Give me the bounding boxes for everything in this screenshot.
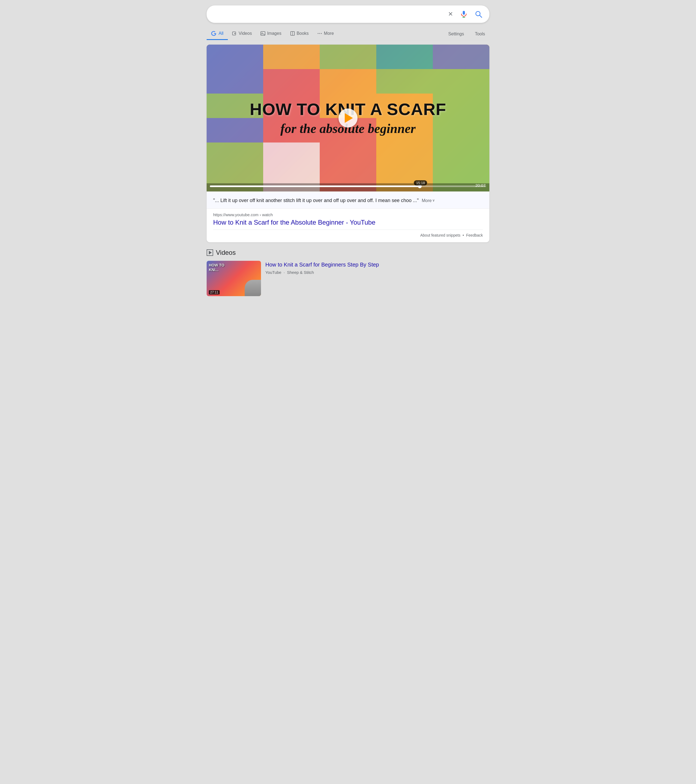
svg-rect-2 <box>462 17 465 18</box>
search-input[interactable]: how to knit a scarf <box>212 11 447 18</box>
section-header: Videos <box>207 249 489 257</box>
source-title-link[interactable]: How to Knit a Scarf for the Absolute Beg… <box>213 219 483 226</box>
svg-point-13 <box>321 33 322 34</box>
tab-more[interactable]: More <box>313 28 338 40</box>
videos-section-title: Videos <box>216 249 236 257</box>
video-result-meta: YouTube · Sheep & Stitch <box>265 270 489 275</box>
snippet-text-area: "... Lift it up over off knit another st… <box>207 191 489 208</box>
dot-separator: • <box>463 233 464 237</box>
search-icon <box>475 10 482 18</box>
tab-all-label: All <box>219 31 224 36</box>
video-container: HOW TO KNIT A SCARF for the absolute beg… <box>207 44 489 191</box>
svg-point-3 <box>476 12 480 16</box>
voice-search-button[interactable] <box>459 9 469 19</box>
featured-snippet-card: HOW TO KNIT A SCARF for the absolute beg… <box>207 44 489 242</box>
tab-books[interactable]: Books <box>286 28 313 40</box>
search-button[interactable] <box>474 9 484 19</box>
video-info: How to Knit a Scarf for Beginners Step B… <box>265 261 489 275</box>
settings-button[interactable]: Settings <box>444 30 469 39</box>
thumb-duration: 27:11 <box>209 290 220 295</box>
source-url: https://www.youtube.com › watch <box>213 212 483 217</box>
video-tab-icon <box>232 31 237 36</box>
nav-tabs: All Videos Images Books <box>207 28 489 40</box>
svg-point-8 <box>262 33 263 33</box>
nav-right: Settings Tools <box>444 30 489 39</box>
progress-bar[interactable] <box>210 186 486 187</box>
video-result-title[interactable]: How to Knit a Scarf for Beginners Step B… <box>265 261 489 268</box>
section-play-arrow-icon <box>209 251 212 255</box>
svg-line-4 <box>480 15 482 18</box>
svg-point-11 <box>318 33 319 34</box>
tab-images[interactable]: Images <box>256 28 285 40</box>
section-video-icon <box>207 249 213 256</box>
clear-button[interactable]: ✕ <box>447 10 454 19</box>
tab-all[interactable]: All <box>207 28 228 40</box>
tab-images-label: Images <box>267 31 281 36</box>
video-controls: 15:18 20:07 <box>207 183 489 191</box>
more-dots-icon <box>317 31 322 36</box>
search-bar-icons: ✕ <box>447 9 484 19</box>
play-arrow-icon <box>345 113 353 123</box>
video-thumbnail-small[interactable]: HOW TOKNI... 27:11 <box>207 261 261 296</box>
about-snippets-link[interactable]: About featured snippets <box>420 233 461 237</box>
feedback-link[interactable]: Feedback <box>466 233 483 237</box>
video-thumbnail[interactable]: HOW TO KNIT A SCARF for the absolute beg… <box>207 44 489 191</box>
play-button[interactable] <box>339 109 357 128</box>
search-bar: how to knit a scarf ✕ <box>207 5 489 23</box>
google-icon <box>211 30 217 36</box>
snippet-more-button[interactable]: More ∨ <box>422 197 435 204</box>
tools-button[interactable]: Tools <box>471 30 489 39</box>
videos-section: Videos HOW TOKNI... 27:11 How to Knit a … <box>207 249 489 296</box>
chevron-down-icon: ∨ <box>432 198 435 203</box>
svg-point-12 <box>319 33 320 34</box>
tab-more-label: More <box>324 31 334 36</box>
thumb-person <box>245 280 261 296</box>
video-channel: Sheep & Stitch <box>287 270 314 275</box>
close-icon: ✕ <box>448 11 453 18</box>
page-wrapper: how to knit a scarf ✕ <box>207 5 489 296</box>
duration-label: 20:07 <box>475 183 485 188</box>
snippet-quote: "... Lift it up over off knit another st… <box>213 198 419 203</box>
book-tab-icon <box>290 31 295 36</box>
source-section: https://www.youtube.com › watch How to K… <box>207 208 489 242</box>
source-footer: About featured snippets • Feedback <box>213 229 483 237</box>
microphone-icon <box>460 10 467 18</box>
tab-videos-label: Videos <box>239 31 252 36</box>
meta-dot: · <box>283 270 285 275</box>
thumb-label: HOW TOKNI... <box>209 263 224 272</box>
video-result: HOW TOKNI... 27:11 How to Knit a Scarf f… <box>207 261 489 296</box>
tab-videos[interactable]: Videos <box>228 28 257 40</box>
video-source: YouTube <box>265 270 281 275</box>
image-tab-icon <box>260 31 265 36</box>
progress-fill <box>210 186 420 187</box>
tab-books-label: Books <box>297 31 309 36</box>
current-time-label: 15:18 <box>414 180 427 186</box>
svg-rect-0 <box>463 11 465 15</box>
